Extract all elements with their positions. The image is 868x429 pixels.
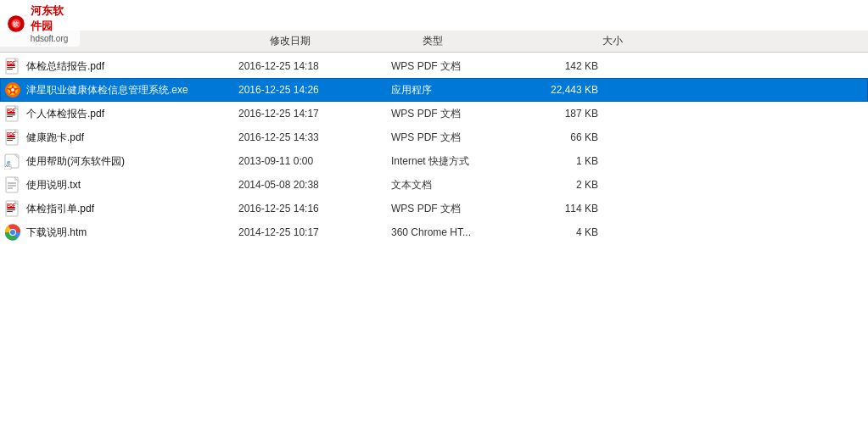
file-size: 114 KB xyxy=(527,203,612,214)
file-name: 津星职业健康体检信息管理系统.exe xyxy=(26,83,238,98)
file-explorer: 软 河东软件园 hdsoft.org 名称 修改日期 类型 大小 PDF 体检总… xyxy=(0,0,868,429)
file-name: 体检指引单.pdf xyxy=(26,202,238,216)
file-date: 2013-09-11 0:00 xyxy=(238,155,391,167)
svg-rect-19 xyxy=(7,116,13,117)
file-size: 187 KB xyxy=(527,108,612,120)
file-size: 22,443 KB xyxy=(527,84,612,96)
htm-icon xyxy=(4,224,21,241)
file-row[interactable]: PDF 体检总结报告.pdf 2016-12-25 14:18 WPS PDF … xyxy=(0,54,868,78)
file-type: 文本文档 xyxy=(391,178,527,192)
header-size[interactable]: 大小 xyxy=(552,34,636,48)
file-type: WPS PDF 文档 xyxy=(391,59,527,74)
file-size: 1 KB xyxy=(527,155,612,167)
svg-point-0 xyxy=(8,15,25,32)
header-name[interactable]: 名称 xyxy=(25,34,263,48)
file-name: 下载说明.htm xyxy=(26,226,238,240)
svg-point-13 xyxy=(11,88,14,92)
pdf-icon: PDF xyxy=(4,129,21,146)
file-row[interactable]: 津星职业健康体检信息管理系统.exe 2016-12-25 14:26 应用程序… xyxy=(0,78,868,102)
file-date: 2016-12-25 14:26 xyxy=(238,84,391,96)
svg-text:PDF: PDF xyxy=(7,203,15,208)
svg-rect-18 xyxy=(7,114,15,115)
file-name: 使用说明.txt xyxy=(26,178,238,192)
file-row[interactable]: 使用说明.txt 2014-05-08 20:38 文本文档 2 KB xyxy=(0,173,868,197)
watermark-title: 河东软件园 xyxy=(31,4,64,32)
svg-rect-44 xyxy=(7,211,13,212)
file-date: 2014-05-08 20:38 xyxy=(238,179,391,191)
svg-point-1 xyxy=(11,19,20,28)
file-row[interactable]: PDF 健康跑卡.pdf 2016-12-25 14:33 WPS PDF 文档… xyxy=(0,125,868,149)
file-name: 健康跑卡.pdf xyxy=(26,131,238,145)
svg-point-48 xyxy=(10,230,15,235)
svg-text:软: 软 xyxy=(12,20,20,26)
header-type[interactable]: 类型 xyxy=(416,34,552,48)
file-type: WPS PDF 文档 xyxy=(391,202,527,216)
file-date: 2016-12-25 14:18 xyxy=(238,60,391,72)
file-size: 142 KB xyxy=(527,60,612,72)
svg-rect-43 xyxy=(7,209,15,210)
column-headers: 名称 修改日期 类型 大小 xyxy=(0,31,868,53)
file-row[interactable]: e 使用帮助(河东软件园) 2013-09-11 0:00 Internet 快… xyxy=(0,149,868,173)
file-type: WPS PDF 文档 xyxy=(391,107,527,121)
file-name: 体检总结报告.pdf xyxy=(26,59,238,74)
svg-text:PDF: PDF xyxy=(7,131,15,136)
pdf-icon: PDF xyxy=(4,58,21,75)
exe-icon xyxy=(4,81,21,98)
file-date: 2016-12-25 14:33 xyxy=(238,131,391,143)
pdf-icon: PDF xyxy=(4,200,21,217)
file-type: Internet 快捷方式 xyxy=(391,154,527,169)
file-size: 4 KB xyxy=(527,226,612,238)
svg-text:PDF: PDF xyxy=(7,108,15,113)
file-size: 2 KB xyxy=(527,179,612,191)
file-date: 2014-12-25 10:17 xyxy=(238,226,391,238)
header-date[interactable]: 修改日期 xyxy=(263,34,416,48)
pdf-icon: PDF xyxy=(4,105,21,122)
file-list: PDF 体检总结报告.pdf 2016-12-25 14:18 WPS PDF … xyxy=(0,53,868,244)
txt-icon xyxy=(4,176,21,193)
file-type: WPS PDF 文档 xyxy=(391,131,527,145)
file-date: 2016-12-25 14:16 xyxy=(238,203,391,214)
svg-rect-7 xyxy=(7,67,15,68)
svg-rect-25 xyxy=(7,138,15,139)
svg-rect-8 xyxy=(7,69,13,70)
file-size: 66 KB xyxy=(527,131,612,143)
file-row[interactable]: 下载说明.htm 2014-12-25 10:17 360 Chrome HT.… xyxy=(0,220,868,244)
shortcut-icon: e xyxy=(4,153,21,170)
svg-rect-26 xyxy=(7,140,13,141)
file-date: 2016-12-25 14:17 xyxy=(238,108,391,120)
file-type: 360 Chrome HT... xyxy=(391,226,527,238)
svg-text:PDF: PDF xyxy=(7,60,15,65)
file-row[interactable]: PDF 个人体检报告.pdf 2016-12-25 14:17 WPS PDF … xyxy=(0,102,868,125)
file-name: 个人体检报告.pdf xyxy=(26,107,238,121)
file-type: 应用程序 xyxy=(391,83,527,98)
file-row[interactable]: PDF 体检指引单.pdf 2016-12-25 14:16 WPS PDF 文… xyxy=(0,197,868,220)
file-name: 使用帮助(河东软件园) xyxy=(26,154,238,169)
